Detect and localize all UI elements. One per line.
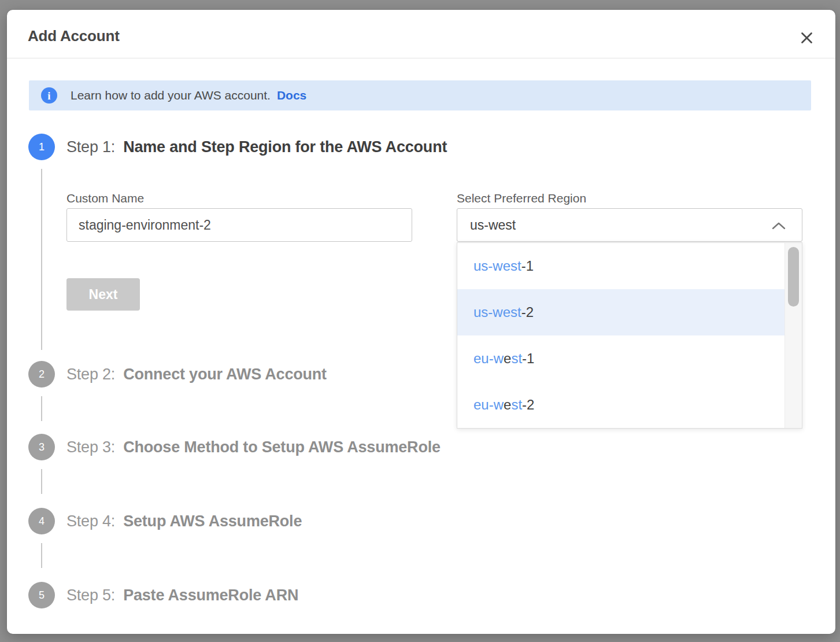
docs-info-banner: i Learn how to add your AWS account. Doc…	[29, 80, 811, 110]
step-1-header: 1 Step 1:Name and Step Region for the AW…	[28, 134, 447, 160]
region-option-text: us-west-2	[473, 304, 534, 320]
close-button[interactable]	[796, 27, 817, 48]
dropdown-scrollbar-thumb[interactable]	[788, 247, 799, 307]
region-option-text: eu-west-2	[473, 397, 534, 413]
docs-link[interactable]: Docs	[277, 88, 306, 102]
step-1-title: Name and Step Region for the AWS Account	[123, 138, 447, 156]
dropdown-scrollbar-track[interactable]	[785, 243, 802, 428]
banner-text: Learn how to add your AWS account.	[71, 88, 271, 102]
region-option-text: us-west-1	[473, 258, 534, 274]
step-3-header: 3Step 3:Choose Method to Setup AWS Assum…	[28, 434, 441, 460]
step-5-number-badge: 5	[28, 582, 55, 608]
step-2-header: 2Step 2:Connect your AWS Account	[28, 361, 327, 388]
region-option-us-west-2[interactable]: us-west-2	[457, 289, 785, 335]
step-connector	[41, 543, 42, 568]
step-4-number-badge: 4	[28, 508, 55, 534]
step-1-label: Step 1:Name and Step Region for the AWS …	[66, 138, 447, 156]
region-label: Select Preferred Region	[457, 191, 586, 205]
info-icon: i	[41, 87, 57, 104]
region-select[interactable]: us-west	[457, 208, 802, 242]
custom-name-input[interactable]	[66, 208, 412, 242]
modal-title: Add Account	[28, 27, 120, 45]
step-3-label: Step 3:Choose Method to Setup AWS Assume…	[66, 438, 441, 456]
next-button[interactable]: Next	[66, 278, 140, 311]
region-option-list: us-west-1us-west-2eu-west-1eu-west-2	[457, 243, 785, 428]
region-option-eu-west-2[interactable]: eu-west-2	[457, 382, 785, 428]
region-option-us-west-1[interactable]: us-west-1	[457, 243, 785, 289]
step-5-label: Step 5:Paste AssumeRole ARN	[66, 586, 298, 604]
close-icon	[799, 30, 815, 46]
region-dropdown: us-west-1us-west-2eu-west-1eu-west-2	[457, 242, 802, 429]
add-account-modal: Add Account i Learn how to add your AWS …	[7, 10, 835, 634]
step-connector	[41, 469, 42, 494]
custom-name-label: Custom Name	[66, 191, 144, 205]
step-5-header: 5Step 5:Paste AssumeRole ARN	[28, 582, 298, 608]
region-select-value: us-west	[470, 217, 516, 233]
region-option-eu-west-1[interactable]: eu-west-1	[457, 335, 785, 382]
step-3-number-badge: 3	[28, 434, 55, 460]
header-divider	[7, 58, 835, 58]
step-4-header: 4Step 4:Setup AWS AssumeRole	[28, 508, 302, 534]
step-4-label: Step 4:Setup AWS AssumeRole	[66, 512, 302, 530]
step-connector	[41, 396, 42, 421]
region-option-text: eu-west-1	[473, 350, 534, 367]
step-2-number-badge: 2	[28, 361, 55, 388]
step-1-prefix: Step 1:	[66, 138, 115, 156]
step-connector	[41, 169, 42, 350]
step-1-number-badge: 1	[28, 134, 55, 160]
chevron-up-icon	[772, 222, 786, 230]
step-2-label: Step 2:Connect your AWS Account	[66, 366, 327, 383]
